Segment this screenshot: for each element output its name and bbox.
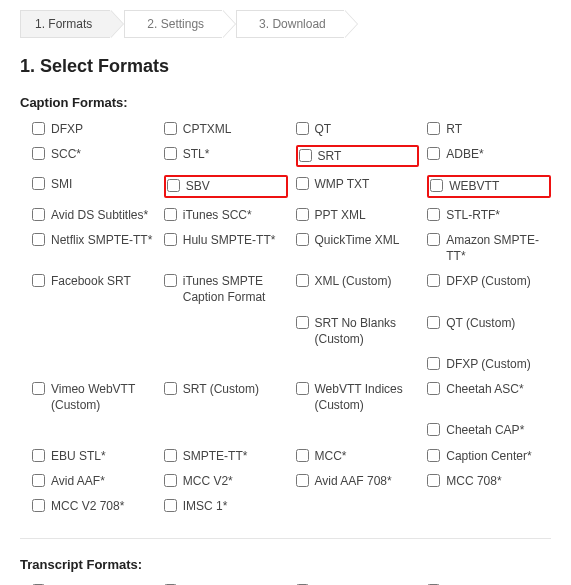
caption-option-webvtt[interactable]: WEBVTT (427, 175, 551, 197)
caption-checkbox-cptxml[interactable] (164, 122, 177, 135)
caption-formats-grid: DFXPCPTXMLQTRTSCC*STL*SRTADBE*SMISBVWMP … (20, 120, 551, 514)
caption-option-srt-custom[interactable]: SRT (Custom) (164, 380, 288, 413)
caption-label: IMSC 1* (183, 498, 288, 514)
caption-option-ppt-xml[interactable]: PPT XML (296, 206, 420, 223)
caption-checkbox-mcc-708[interactable] (427, 474, 440, 487)
caption-checkbox-mcc-v2-708[interactable] (32, 499, 45, 512)
caption-label: SRT (Custom) (183, 381, 288, 397)
caption-label: SMPTE-TT* (183, 448, 288, 464)
caption-checkbox-quicktime-xml[interactable] (296, 233, 309, 246)
caption-option-avid-aaf[interactable]: Avid AAF* (32, 472, 156, 489)
caption-checkbox-srt-no-blanks-custom[interactable] (296, 316, 309, 329)
caption-option-cheetah-asc[interactable]: Cheetah ASC* (427, 380, 551, 413)
caption-option-dfxp-custom[interactable]: DFXP (Custom) (427, 355, 551, 372)
caption-option-srt-no-blanks-custom[interactable]: SRT No Blanks (Custom) (296, 314, 420, 347)
caption-option-dfxp-custom[interactable]: DFXP (Custom) (427, 272, 551, 305)
caption-checkbox-sbv[interactable] (167, 179, 180, 192)
step-settings[interactable]: 2. Settings (124, 10, 222, 38)
caption-option-stl[interactable]: STL* (164, 145, 288, 167)
step-download[interactable]: 3. Download (236, 10, 344, 38)
caption-checkbox-dfxp[interactable] (32, 122, 45, 135)
caption-checkbox-avid-ds-subtitles[interactable] (32, 208, 45, 221)
caption-option-qt-custom[interactable]: QT (Custom) (427, 314, 551, 347)
caption-option-rt[interactable]: RT (427, 120, 551, 137)
caption-checkbox-cheetah-asc[interactable] (427, 382, 440, 395)
caption-option-cptxml[interactable]: CPTXML (164, 120, 288, 137)
caption-option-mcc[interactable]: MCC* (296, 447, 420, 464)
caption-option-itunes-scc[interactable]: iTunes SCC* (164, 206, 288, 223)
caption-checkbox-webvtt[interactable] (430, 179, 443, 192)
caption-option-avid-ds-subtitles[interactable]: Avid DS Subtitles* (32, 206, 156, 223)
caption-checkbox-stl-rtf[interactable] (427, 208, 440, 221)
caption-checkbox-smpte-tt[interactable] (164, 449, 177, 462)
caption-option-caption-center[interactable]: Caption Center* (427, 447, 551, 464)
caption-label: Hulu SMPTE-TT* (183, 232, 288, 248)
caption-option-wmp-txt[interactable]: WMP TXT (296, 175, 420, 197)
caption-checkbox-ppt-xml[interactable] (296, 208, 309, 221)
caption-checkbox-amazon-smpte-tt[interactable] (427, 233, 440, 246)
caption-option-avid-aaf-708[interactable]: Avid AAF 708* (296, 472, 420, 489)
caption-checkbox-vimeo-webvtt-custom[interactable] (32, 382, 45, 395)
caption-option-mcc-708[interactable]: MCC 708* (427, 472, 551, 489)
caption-option-stl-rtf[interactable]: STL-RTF* (427, 206, 551, 223)
caption-option-quicktime-xml[interactable]: QuickTime XML (296, 231, 420, 264)
caption-checkbox-mcc-v2[interactable] (164, 474, 177, 487)
caption-checkbox-adbe[interactable] (427, 147, 440, 160)
caption-checkbox-cheetah-cap[interactable] (427, 423, 440, 436)
caption-option-scc[interactable]: SCC* (32, 145, 156, 167)
caption-option-netflix-smpte-tt[interactable]: Netflix SMPTE-TT* (32, 231, 156, 264)
caption-checkbox-caption-center[interactable] (427, 449, 440, 462)
caption-label: QT (315, 121, 420, 137)
step-formats[interactable]: 1. Formats (20, 10, 110, 38)
caption-option-mcc-v2[interactable]: MCC V2* (164, 472, 288, 489)
caption-option-facebook-srt[interactable]: Facebook SRT (32, 272, 156, 305)
caption-checkbox-ebu-stl[interactable] (32, 449, 45, 462)
caption-checkbox-xml-custom[interactable] (296, 274, 309, 287)
caption-option-sbv[interactable]: SBV (164, 175, 288, 197)
caption-option-smi[interactable]: SMI (32, 175, 156, 197)
caption-label: ADBE* (446, 146, 551, 162)
caption-option-srt[interactable]: SRT (296, 145, 420, 167)
caption-option-amazon-smpte-tt[interactable]: Amazon SMPTE-TT* (427, 231, 551, 264)
caption-checkbox-dfxp-custom[interactable] (427, 274, 440, 287)
caption-label: EBU STL* (51, 448, 156, 464)
caption-option-mcc-v2-708[interactable]: MCC V2 708* (32, 497, 156, 514)
caption-checkbox-hulu-smpte-tt[interactable] (164, 233, 177, 246)
caption-checkbox-smi[interactable] (32, 177, 45, 190)
caption-option-dfxp[interactable]: DFXP (32, 120, 156, 137)
caption-checkbox-netflix-smpte-tt[interactable] (32, 233, 45, 246)
caption-option-qt[interactable]: QT (296, 120, 420, 137)
caption-checkbox-stl[interactable] (164, 147, 177, 160)
caption-checkbox-itunes-smpte-caption-format[interactable] (164, 274, 177, 287)
caption-checkbox-scc[interactable] (32, 147, 45, 160)
caption-label: WEBVTT (449, 178, 543, 194)
caption-option-vimeo-webvtt-custom[interactable]: Vimeo WebVTT (Custom) (32, 380, 156, 413)
caption-option-webvtt-indices-custom[interactable]: WebVTT Indices (Custom) (296, 380, 420, 413)
caption-checkbox-qt[interactable] (296, 122, 309, 135)
caption-checkbox-imsc-1[interactable] (164, 499, 177, 512)
caption-checkbox-rt[interactable] (427, 122, 440, 135)
caption-option-adbe[interactable]: ADBE* (427, 145, 551, 167)
caption-checkbox-qt-custom[interactable] (427, 316, 440, 329)
caption-checkbox-avid-aaf[interactable] (32, 474, 45, 487)
caption-label: PPT XML (315, 207, 420, 223)
caption-option-itunes-smpte-caption-format[interactable]: iTunes SMPTE Caption Format (164, 272, 288, 305)
caption-checkbox-mcc[interactable] (296, 449, 309, 462)
caption-checkbox-webvtt-indices-custom[interactable] (296, 382, 309, 395)
transcript-formats-group: Transcript Formats: Keyword CloudPlain T… (20, 557, 551, 585)
caption-option-hulu-smpte-tt[interactable]: Hulu SMPTE-TT* (164, 231, 288, 264)
caption-option-smpte-tt[interactable]: SMPTE-TT* (164, 447, 288, 464)
caption-option-ebu-stl[interactable]: EBU STL* (32, 447, 156, 464)
caption-checkbox-dfxp-custom[interactable] (427, 357, 440, 370)
caption-option-cheetah-cap[interactable]: Cheetah CAP* (427, 421, 551, 438)
caption-checkbox-avid-aaf-708[interactable] (296, 474, 309, 487)
caption-checkbox-srt-custom[interactable] (164, 382, 177, 395)
caption-checkbox-wmp-txt[interactable] (296, 177, 309, 190)
caption-checkbox-facebook-srt[interactable] (32, 274, 45, 287)
caption-option-imsc-1[interactable]: IMSC 1* (164, 497, 288, 514)
caption-option-xml-custom[interactable]: XML (Custom) (296, 272, 420, 305)
caption-label: WebVTT Indices (Custom) (315, 381, 420, 413)
caption-label: SRT (318, 148, 412, 164)
caption-checkbox-srt[interactable] (299, 149, 312, 162)
caption-checkbox-itunes-scc[interactable] (164, 208, 177, 221)
